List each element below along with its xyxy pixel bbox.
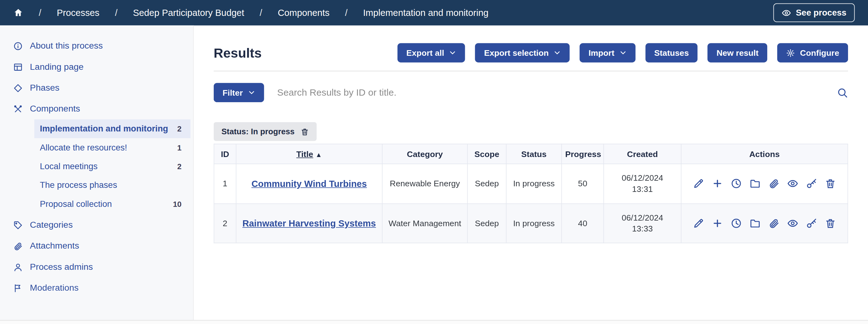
sidebar-subitem-allocate-the-resources[interactable]: Allocate the resources! 1 (34, 138, 190, 157)
statuses-button[interactable]: Statuses (645, 43, 698, 62)
breadcrumb-process-name[interactable]: Sedep Participatory Budget (133, 7, 244, 18)
statuses-label: Statuses (654, 48, 689, 57)
result-title-link[interactable]: Community Wind Turbines (251, 179, 367, 188)
footer-divider (0, 320, 868, 324)
sidebar-item-phases[interactable]: Phases (0, 77, 193, 98)
sidebar: About this process Landing page Phases C… (0, 26, 194, 324)
sidebar-subitem-label: Allocate the resources! (40, 143, 127, 153)
import-label: Import (588, 48, 614, 57)
table-header-row: ID Title▲ Category Scope Status Progress… (214, 144, 848, 164)
column-header-status: Status (506, 144, 562, 164)
preview-eye-icon[interactable] (787, 178, 798, 189)
sidebar-item-categories[interactable]: Categories (0, 214, 193, 235)
page-title: Results (214, 45, 262, 61)
sidebar-subitem-proposal-collection[interactable]: Proposal collection 10 (34, 195, 190, 213)
sidebar-item-label: Phases (30, 83, 60, 93)
plus-icon[interactable] (712, 178, 723, 189)
results-table: ID Title▲ Category Scope Status Progress… (214, 144, 848, 243)
gear-icon (786, 48, 795, 57)
sidebar-subitem-label: The process phases (40, 180, 117, 190)
see-process-button[interactable]: See process (773, 3, 855, 22)
column-header-actions: Actions (681, 144, 848, 164)
result-progress: 50 (562, 164, 604, 204)
folder-icon[interactable] (749, 218, 761, 229)
column-header-progress: Progress (562, 144, 604, 164)
edit-icon[interactable] (693, 218, 704, 229)
sidebar-subitem-local-meetings[interactable]: Local meetings 2 (34, 157, 190, 176)
import-button[interactable]: Import (580, 43, 636, 62)
sidebar-item-components[interactable]: Components (0, 99, 193, 119)
sidebar-item-process-admins[interactable]: Process admins (0, 256, 193, 277)
result-id: 1 (214, 164, 236, 204)
results-toolbar: Export all Export selection Import Statu… (398, 43, 848, 62)
home-icon[interactable] (13, 8, 23, 18)
created-time: 13:31 (609, 183, 676, 195)
created-date: 06/12/2024 (609, 173, 676, 184)
result-category: Renewable Energy (382, 164, 467, 204)
table-row: 2 Rainwater Harvesting Systems Water Man… (214, 204, 848, 243)
sidebar-item-moderations[interactable]: Moderations (0, 278, 193, 298)
filter-search-row: Filter (214, 83, 848, 102)
result-title-link[interactable]: Rainwater Harvesting Systems (242, 218, 376, 228)
filter-button[interactable]: Filter (214, 83, 264, 102)
sidebar-item-label: Process admins (30, 262, 93, 272)
see-process-label: See process (796, 8, 846, 18)
sidebar-item-label: Attachments (30, 241, 79, 251)
result-status: In progress (506, 164, 562, 204)
created-time: 13:33 (609, 223, 676, 234)
result-created: 06/12/2024 13:33 (604, 204, 681, 243)
delete-trash-icon[interactable] (825, 218, 836, 229)
sidebar-item-attachments[interactable]: Attachments (0, 236, 193, 256)
breadcrumb-processes[interactable]: Processes (57, 7, 99, 18)
breadcrumb-current-component[interactable]: Implementation and monitoring (363, 7, 489, 18)
breadcrumb-separator: / (259, 7, 262, 18)
folder-icon[interactable] (749, 178, 761, 189)
filter-label: Filter (222, 88, 243, 97)
table-row: 1 Community Wind Turbines Renewable Ener… (214, 164, 848, 204)
layout-icon (13, 62, 23, 72)
attachment-icon[interactable] (769, 178, 779, 189)
sidebar-subitem-label: Proposal collection (40, 199, 112, 209)
sidebar-subitem-the-process-phases[interactable]: The process phases (34, 176, 190, 194)
plus-icon[interactable] (712, 218, 723, 229)
new-result-button[interactable]: New result (708, 43, 767, 62)
sidebar-subitem-label: Local meetings (40, 161, 98, 171)
component-count-badge: 1 (177, 143, 182, 152)
clock-icon[interactable] (731, 178, 742, 189)
filter-chip-status-in-progress: Status: In progress (214, 122, 317, 141)
row-actions (686, 218, 843, 229)
chevron-down-icon (619, 49, 626, 57)
tag-icon (13, 220, 23, 229)
sidebar-item-label: About this process (30, 41, 103, 51)
column-header-title[interactable]: Title▲ (236, 144, 382, 164)
tools-icon (13, 104, 23, 113)
permissions-key-icon[interactable] (806, 218, 817, 229)
remove-filter-trash-icon[interactable] (301, 128, 309, 136)
sidebar-item-about[interactable]: About this process (0, 36, 193, 57)
clock-icon[interactable] (731, 218, 742, 229)
breadcrumb-separator: / (345, 7, 348, 18)
chevron-down-icon (554, 49, 561, 57)
sidebar-item-landing-page[interactable]: Landing page (0, 57, 193, 77)
app-window: / Processes / Sedep Participatory Budget… (0, 0, 868, 324)
edit-icon[interactable] (693, 178, 704, 189)
column-header-category: Category (382, 144, 467, 164)
topbar: / Processes / Sedep Participatory Budget… (0, 0, 868, 26)
sort-ascending-icon: ▲ (315, 151, 322, 158)
search-input[interactable] (277, 87, 824, 98)
export-all-button[interactable]: Export all (398, 43, 465, 62)
configure-button[interactable]: Configure (777, 43, 848, 62)
permissions-key-icon[interactable] (806, 178, 817, 189)
delete-trash-icon[interactable] (825, 178, 836, 189)
flag-icon (13, 283, 23, 292)
eye-icon (782, 8, 791, 17)
sidebar-subitem-implementation-and-monitoring[interactable]: Implementation and monitoring 2 (34, 119, 190, 138)
breadcrumb-components[interactable]: Components (278, 7, 330, 18)
search-button[interactable] (837, 87, 848, 98)
header-divider (214, 71, 848, 71)
component-count-badge: 2 (177, 162, 182, 171)
preview-eye-icon[interactable] (787, 218, 798, 229)
main-content: Results Export all Export selection Impo… (194, 26, 868, 324)
attachment-icon[interactable] (769, 218, 779, 229)
export-selection-button[interactable]: Export selection (475, 43, 570, 62)
